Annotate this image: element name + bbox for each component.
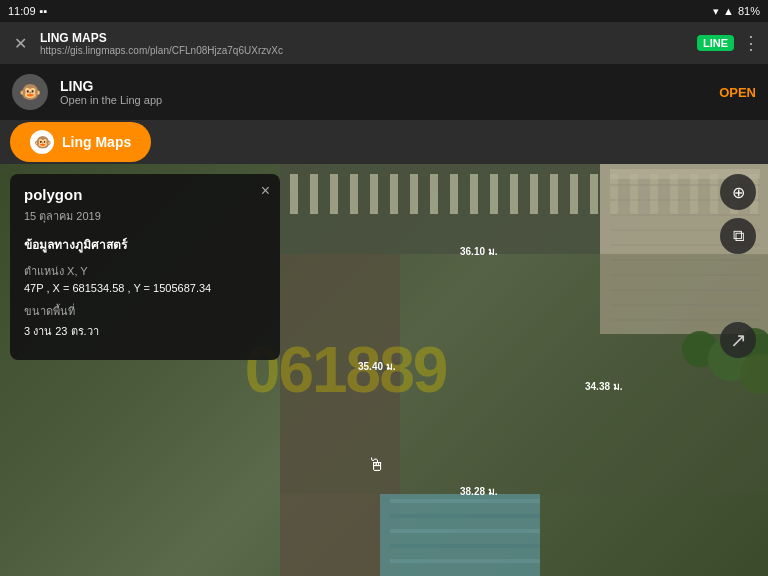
info-field2-value: 3 งาน 23 ตร.วา <box>24 322 266 340</box>
svg-rect-6 <box>390 174 398 214</box>
svg-rect-47 <box>390 559 540 563</box>
dim-label-bottom: 38.28 ม. <box>460 484 498 499</box>
app-info: LING Open in the Ling app <box>60 78 707 106</box>
map-container[interactable]: 061889 36.10 ม. 35.40 ม. 34.38 ม. 38.28 … <box>0 164 768 576</box>
line-button[interactable]: LINE <box>697 35 734 51</box>
svg-rect-12 <box>510 174 518 214</box>
svg-rect-4 <box>350 174 358 214</box>
battery-display: 81% <box>738 5 760 17</box>
map-cursor-icon: 🖱 <box>368 455 386 476</box>
svg-rect-8 <box>430 174 438 214</box>
browser-url: https://gis.lingmaps.com/plan/CFLn08Hjza… <box>40 45 689 56</box>
svg-rect-15 <box>570 174 578 214</box>
svg-rect-3 <box>330 174 338 214</box>
monkey-icon: 🐵 <box>30 130 54 154</box>
layers-button[interactable]: ⧉ <box>720 218 756 254</box>
svg-rect-43 <box>390 499 540 503</box>
info-field1-label: ตำแหน่ง X, Y <box>24 262 266 280</box>
info-field1-value: 47P , X = 681534.58 , Y = 1505687.34 <box>24 282 266 294</box>
svg-rect-13 <box>530 174 538 214</box>
signal-icon: ▲ <box>723 5 734 17</box>
info-section-title: ข้อมูลทางภูมิศาสตร์ <box>24 235 266 254</box>
avatar-icon: 🐵 <box>19 81 41 103</box>
dim-label-right: 34.38 ม. <box>585 379 623 394</box>
svg-rect-7 <box>410 174 418 214</box>
info-title: polygon <box>24 186 266 203</box>
svg-rect-45 <box>390 529 540 533</box>
browser-bar: ✕ LING MAPS https://gis.lingmaps.com/pla… <box>0 22 768 64</box>
svg-rect-10 <box>470 174 478 214</box>
wifi-icon: ▾ <box>713 5 719 18</box>
ling-maps-label: Ling Maps <box>62 134 131 150</box>
ling-maps-button[interactable]: 🐵 Ling Maps <box>10 122 151 162</box>
sim-icon: ▪▪ <box>40 5 48 17</box>
svg-rect-44 <box>390 514 540 518</box>
arrow-icon: ↗ <box>730 328 747 352</box>
svg-rect-2 <box>310 174 318 214</box>
browser-info: LING MAPS https://gis.lingmaps.com/plan/… <box>40 31 689 56</box>
open-app-button[interactable]: OPEN <box>719 85 756 100</box>
browser-close-button[interactable]: ✕ <box>8 31 32 55</box>
browser-menu-button[interactable]: ⋮ <box>742 32 760 54</box>
status-bar: 11:09 ▪▪ ▾ ▲ 81% <box>0 0 768 22</box>
info-date: 15 ตุลาคม 2019 <box>24 207 266 225</box>
svg-rect-9 <box>450 174 458 214</box>
svg-rect-11 <box>490 174 498 214</box>
app-name: LING <box>60 78 707 94</box>
dim-label-left: 35.40 ม. <box>358 359 396 374</box>
location-button[interactable]: ↗ <box>720 322 756 358</box>
compass-icon: ⊕ <box>732 183 745 202</box>
app-avatar: 🐵 <box>12 74 48 110</box>
browser-title: LING MAPS <box>40 31 689 45</box>
status-right: ▾ ▲ 81% <box>713 5 760 18</box>
dim-label-top: 36.10 ม. <box>460 244 498 259</box>
svg-rect-49 <box>280 254 768 494</box>
svg-rect-5 <box>370 174 378 214</box>
svg-rect-16 <box>590 174 598 214</box>
browser-actions: LINE ⋮ <box>697 32 760 54</box>
svg-rect-14 <box>550 174 558 214</box>
map-controls: ⊕ ⧉ ↗ <box>720 174 756 358</box>
app-bar: 🐵 LING Open in the Ling app OPEN <box>0 64 768 120</box>
compass-button[interactable]: ⊕ <box>720 174 756 210</box>
svg-rect-42 <box>380 494 540 576</box>
layers-icon: ⧉ <box>733 227 744 245</box>
svg-rect-46 <box>390 544 540 548</box>
info-close-button[interactable]: × <box>261 182 270 200</box>
app-subtitle: Open in the Ling app <box>60 94 707 106</box>
info-field2-label: ขนาดพื้นที่ <box>24 302 266 320</box>
time-display: 11:09 <box>8 5 36 17</box>
info-panel: × polygon 15 ตุลาคม 2019 ข้อมูลทางภูมิศา… <box>10 174 280 360</box>
status-left: 11:09 ▪▪ <box>8 5 47 17</box>
ling-bar: 🐵 Ling Maps <box>0 120 768 164</box>
